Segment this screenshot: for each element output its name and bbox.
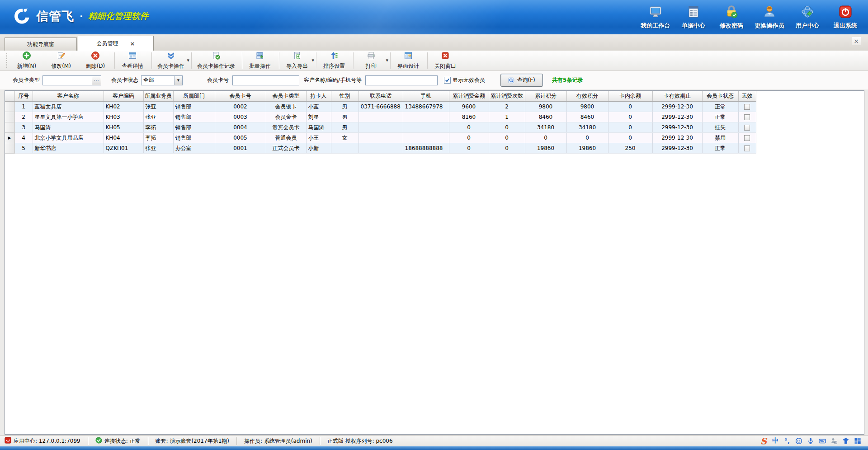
cell-累计消费次数[interactable]: 0 bbox=[489, 122, 525, 133]
card-no-input[interactable] bbox=[233, 76, 299, 84]
cell-客户编码[interactable]: KH03 bbox=[104, 112, 143, 122]
column-header-累计消费次数[interactable]: 累计消费次数 bbox=[489, 91, 525, 102]
header-action-workbench-monitor[interactable]: 我的工作台 bbox=[637, 5, 675, 30]
column-header-持卡人[interactable]: 持卡人 bbox=[306, 91, 331, 102]
header-action-switch-operator[interactable]: 更换操作员 bbox=[750, 5, 788, 30]
column-header-性别[interactable]: 性别 bbox=[331, 91, 359, 102]
cell-会员卡状态[interactable]: 正常 bbox=[702, 143, 738, 154]
cell-卡内余额[interactable]: 0 bbox=[608, 112, 652, 122]
chevron-down-icon[interactable]: ▼ bbox=[312, 59, 314, 62]
customer-input[interactable] bbox=[366, 76, 437, 84]
skin-icon[interactable] bbox=[842, 437, 850, 445]
cell-客户名称[interactable]: 星星文具第一小学店 bbox=[33, 112, 104, 122]
column-header-联系电话[interactable]: 联系电话 bbox=[359, 91, 403, 102]
cell-客户名称[interactable]: 马国涛 bbox=[33, 122, 104, 133]
cell-联系电话[interactable] bbox=[359, 133, 403, 143]
cell-手机[interactable] bbox=[403, 133, 449, 143]
toolbar-view-details-button[interactable]: 查看详情 bbox=[116, 51, 151, 70]
cell-持卡人[interactable]: 小蓝 bbox=[306, 102, 331, 112]
cell-所属部门[interactable]: 销售部 bbox=[173, 122, 215, 133]
toolbar-close-window-button[interactable]: 关闭窗口 bbox=[429, 51, 463, 70]
cell-性别[interactable]: 女 bbox=[331, 133, 359, 143]
cell-手机[interactable] bbox=[403, 122, 449, 133]
column-header-有效积分[interactable]: 有效积分 bbox=[566, 91, 608, 102]
cell-会员卡类型[interactable]: 会员金卡 bbox=[266, 112, 306, 122]
cell-卡有效期止[interactable]: 2999-12-30 bbox=[652, 112, 702, 122]
toolbar-card-records-button[interactable]: 会员卡操作记录 bbox=[193, 51, 241, 70]
cell-联系电话[interactable] bbox=[359, 122, 403, 133]
cell-卡内余额[interactable]: 250 bbox=[608, 143, 652, 154]
row-selector-cell[interactable]: ▶ bbox=[5, 133, 14, 143]
emoji-icon[interactable] bbox=[795, 437, 803, 445]
column-header-卡内余额[interactable]: 卡内余额 bbox=[608, 91, 652, 102]
cell-累计积分[interactable]: 0 bbox=[525, 133, 566, 143]
column-header-会员卡状态[interactable]: 会员卡状态 bbox=[702, 91, 738, 102]
cell-会员卡号[interactable]: 0002 bbox=[215, 102, 266, 112]
cell-累计积分[interactable]: 34180 bbox=[525, 122, 566, 133]
cell-累计消费金额[interactable]: 8160 bbox=[449, 112, 489, 122]
cell-累计积分[interactable]: 8460 bbox=[525, 112, 566, 122]
cell-持卡人[interactable]: 小王 bbox=[306, 133, 331, 143]
input-helper-icon[interactable] bbox=[830, 437, 838, 445]
cell-联系电话[interactable] bbox=[359, 112, 403, 122]
invalid-checkbox[interactable] bbox=[744, 125, 750, 131]
cell-会员卡类型[interactable]: 会员银卡 bbox=[266, 102, 306, 112]
cell-性别[interactable]: 男 bbox=[331, 112, 359, 122]
cell-性别[interactable] bbox=[331, 143, 359, 154]
column-header-序号[interactable]: 序号 bbox=[14, 91, 33, 102]
cell-所属部门[interactable]: 销售部 bbox=[173, 133, 215, 143]
row-selector-cell[interactable] bbox=[5, 112, 14, 122]
cell-所属部门[interactable]: 销售部 bbox=[173, 112, 215, 122]
cell-所属业务员[interactable]: 张亚 bbox=[143, 143, 173, 154]
cell-序号[interactable]: 5 bbox=[14, 143, 33, 154]
cell-所属业务员[interactable]: 李拓 bbox=[143, 122, 173, 133]
toolbox-icon[interactable] bbox=[854, 437, 862, 445]
cell-序号[interactable]: 2 bbox=[14, 112, 33, 122]
cell-会员卡号[interactable]: 0003 bbox=[215, 112, 266, 122]
cell-有效积分[interactable]: 9800 bbox=[566, 102, 608, 112]
tab-功能导航窗[interactable]: 功能导航窗 bbox=[5, 38, 77, 51]
chevron-down-icon[interactable]: ▼ bbox=[174, 76, 182, 85]
cell-序号[interactable]: 4 bbox=[14, 133, 33, 143]
toolbar-add-button[interactable]: 新增(N) bbox=[10, 51, 45, 70]
cell-性别[interactable]: 男 bbox=[331, 102, 359, 112]
cell-卡有效期止[interactable]: 2999-12-30 bbox=[652, 122, 702, 133]
column-header-会员卡号[interactable]: 会员卡号 bbox=[215, 91, 266, 102]
cell-卡内余额[interactable]: 0 bbox=[608, 133, 652, 143]
toolbar-edit-button[interactable]: 修改(M) bbox=[45, 51, 79, 70]
cell-客户编码[interactable]: KH02 bbox=[104, 102, 143, 112]
invalid-checkbox[interactable] bbox=[744, 135, 750, 141]
cell-会员卡状态[interactable]: 禁用 bbox=[702, 133, 738, 143]
cell-手机[interactable]: 18688888888 bbox=[403, 143, 449, 154]
sogou-logo-icon[interactable]: S bbox=[760, 437, 768, 445]
invalid-checkbox[interactable] bbox=[744, 104, 750, 110]
column-header-客户名称[interactable]: 客户名称 bbox=[33, 91, 104, 102]
cell-卡内余额[interactable]: 0 bbox=[608, 122, 652, 133]
cell-客户编码[interactable]: KH04 bbox=[104, 133, 143, 143]
cell-会员卡类型[interactable]: 普通会员 bbox=[266, 133, 306, 143]
cell-累计消费次数[interactable]: 0 bbox=[489, 143, 525, 154]
cell-会员卡状态[interactable]: 挂失 bbox=[702, 122, 738, 133]
column-header-客户编码[interactable]: 客户编码 bbox=[104, 91, 143, 102]
toolbar-import-export-button[interactable]: 导入导出▼ bbox=[281, 51, 315, 70]
cell-联系电话[interactable] bbox=[359, 143, 403, 154]
query-button[interactable]: 查询(F) bbox=[500, 74, 543, 87]
soft-keyboard-icon[interactable] bbox=[818, 437, 826, 445]
invalid-checkbox[interactable] bbox=[744, 114, 750, 120]
cell-累计积分[interactable]: 19860 bbox=[525, 143, 566, 154]
tab-close-icon[interactable]: × bbox=[130, 41, 135, 47]
cell-累计消费金额[interactable]: 9600 bbox=[449, 102, 489, 112]
toolbar-ui-design-button[interactable]: 界面设计 bbox=[392, 51, 426, 70]
toolbar-sort-settings-button[interactable]: 排序设置 bbox=[318, 51, 352, 70]
cell-有效积分[interactable]: 8460 bbox=[566, 112, 608, 122]
cell-持卡人[interactable]: 刘星 bbox=[306, 112, 331, 122]
cell-累计积分[interactable]: 9800 bbox=[525, 102, 566, 112]
punctuation-icon[interactable]: °, bbox=[783, 437, 791, 445]
chinese-mode-icon[interactable]: 中 bbox=[771, 437, 779, 445]
cell-所属部门[interactable]: 销售部 bbox=[173, 102, 215, 112]
cell-所属业务员[interactable]: 李拓 bbox=[143, 133, 173, 143]
row-selector-cell[interactable] bbox=[5, 143, 14, 154]
cell-所属部门[interactable]: 办公室 bbox=[173, 143, 215, 154]
row-selector-cell[interactable] bbox=[5, 102, 14, 112]
cell-累计消费金额[interactable]: 0 bbox=[449, 143, 489, 154]
